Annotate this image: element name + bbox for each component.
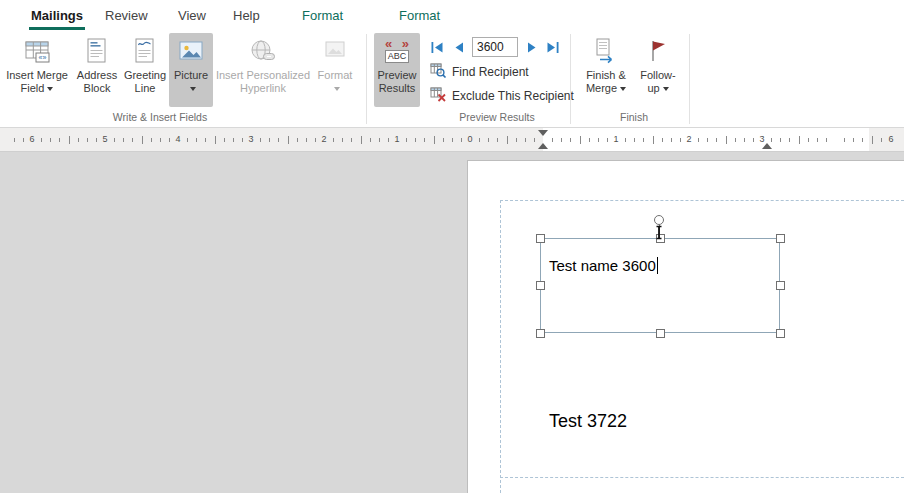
exclude-this-recipient-button[interactable]: Exclude This Recipient [430,86,574,106]
ruler-tick [479,138,480,142]
tab-view[interactable]: View [173,0,211,30]
ruler-tick [78,138,79,142]
last-record-button[interactable] [545,40,560,55]
resize-handle-middle-right[interactable] [776,281,785,290]
first-line-indent-marker[interactable] [538,130,548,136]
button-label: up [647,82,668,95]
finish-and-merge-button[interactable]: Finish & Merge [578,33,634,107]
insert-personalized-hyperlink-button: Insert Personalized Hyperlink [215,33,311,107]
tab-format-contextual-1[interactable]: Format [297,0,348,30]
ruler-tick [297,138,298,142]
page-body-text[interactable]: Test 3722 [549,411,627,432]
resize-handle-top-left[interactable] [536,234,545,243]
find-recipient-button[interactable]: Find Recipient [430,62,529,82]
ruler-tick [169,138,170,142]
ruler-tick [23,138,24,142]
ruler-tick [744,138,745,142]
merge-field-textbox[interactable]: Test name 3600 [540,238,780,333]
record-number-input[interactable] [472,37,518,57]
ruler-tick [643,138,644,142]
ruler-number: 1 [613,134,618,144]
next-record-button[interactable] [524,40,539,55]
button-label: Insert Merge [6,69,68,82]
dropdown-chevron-icon [620,87,626,91]
address-block-button[interactable]: Address Block [73,33,121,107]
button-label: Hyperlink [240,82,286,95]
ruler-tick [205,138,206,142]
left-indent-marker[interactable] [538,143,548,149]
ruler-tick [260,138,261,142]
tab-mailings[interactable]: Mailings [26,0,88,30]
ruler-tick [434,136,435,144]
ruler-number: 1 [394,134,399,144]
ruler-tick [872,136,873,144]
horizontal-ruler[interactable]: 65432101236 [0,128,904,152]
group-label-finish: Finish [620,111,648,123]
abc-icon-text: ABC [385,50,410,63]
ribbon-group-separator [689,34,690,124]
resize-handle-middle-left[interactable] [536,281,545,290]
ruler-tick [187,138,188,142]
insert-merge-field-button[interactable]: «» Insert Merge Field [5,33,69,107]
ruler-tick [488,138,489,142]
ruler-tick [525,138,526,142]
dropdown-chevron-icon [334,87,340,91]
right-indent-marker[interactable] [762,143,772,149]
first-record-button[interactable] [430,40,445,55]
hyperlink-icon [249,35,277,67]
ruler-tick [269,138,270,142]
button-label: Picture [174,69,208,82]
ruler-tick [881,138,882,142]
ruler-text-area [543,128,869,151]
button-label: Block [84,82,111,95]
ruler-tick [278,138,279,142]
svg-text:«»: «» [39,54,47,61]
ruler-tick [497,138,498,142]
ruler-tick [653,136,654,144]
ruler-tick [406,138,407,142]
ruler-tick [625,138,626,142]
ruler-number: 4 [175,134,180,144]
resize-handle-bottom-middle[interactable] [656,329,665,338]
ruler-tick [853,138,854,142]
ruler-tick [808,138,809,142]
button-label: Greeting [124,69,166,82]
ruler-tick [87,138,88,142]
ruler-tick [799,136,800,144]
ruler-tick [424,138,425,142]
tab-label: Help [233,8,260,23]
ruler-tick [132,138,133,142]
ruler-tick [224,138,225,142]
publisher-window: Mailings Review View Help Format Format … [0,0,904,493]
follow-up-button[interactable]: Follow- up [637,33,679,107]
ruler-tick [160,138,161,142]
resize-handle-top-right[interactable] [776,234,785,243]
ruler-tick [680,138,681,142]
ruler-tick [443,138,444,142]
previous-record-button[interactable] [452,40,467,55]
tab-review[interactable]: Review [100,0,153,30]
ruler-tick [561,138,562,142]
tab-help[interactable]: Help [228,0,265,30]
resize-handle-bottom-right[interactable] [776,329,785,338]
tab-format-contextual-2[interactable]: Format [394,0,445,30]
ruler-tick [580,136,581,144]
ruler-tick [607,138,608,142]
ruler-tick [780,138,781,142]
ruler-tick [452,138,453,142]
ruler-number: 2 [321,134,326,144]
preview-results-button[interactable]: « » ABC Preview Results [374,33,420,107]
button-label: Preview [377,69,416,82]
ruler-tick [151,138,152,142]
ruler-tick [306,138,307,142]
rotation-handle[interactable] [654,215,664,225]
greeting-line-button[interactable]: Greeting Line [121,33,169,107]
picture-merge-field-button[interactable]: Picture [169,33,213,107]
ruler-tick [726,136,727,144]
ribbon-group-separator [570,34,571,124]
ruler-number: 0 [467,134,472,144]
resize-handle-bottom-left[interactable] [536,329,545,338]
tab-label: Review [105,8,148,23]
ruler-tick [844,138,845,142]
ruler-tick [507,136,508,144]
